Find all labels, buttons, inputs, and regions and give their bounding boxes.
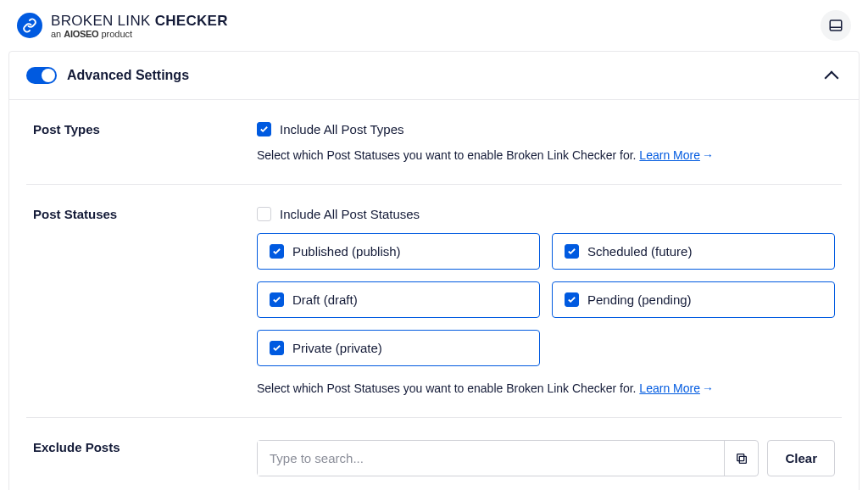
status-checkbox[interactable] [270,292,284,307]
post-types-label: Post Types [26,122,257,162]
app-title: BROKEN LINK CHECKER [51,13,228,30]
status-label: Scheduled (future) [587,244,692,259]
row-post-types: Post Types Include All Post Types Select… [26,100,842,185]
brand-logo-icon [17,13,42,38]
app-header: BROKEN LINK CHECKER an AIOSEO product [0,0,868,51]
row-exclude-posts: Exclude Posts Clear [26,418,842,490]
status-label: Pending (pending) [587,292,692,307]
include-all-post-statuses-checkbox[interactable] [257,207,271,221]
row-post-statuses: Post Statuses Include All Post Statuses … [26,185,842,418]
exclude-search-input[interactable] [258,441,724,476]
status-checkbox[interactable] [270,244,284,259]
notifications-button[interactable] [821,10,851,41]
post-statuses-help: Select which Post Statuses you want to e… [257,381,835,395]
status-label: Published (publish) [292,244,401,259]
arrow-right-icon: → [702,381,714,395]
status-label: Private (private) [292,341,382,355]
advanced-settings-toggle[interactable] [26,67,57,84]
include-all-post-statuses-label: Include All Post Statuses [280,207,420,221]
svg-rect-2 [739,456,746,463]
svg-rect-0 [830,20,842,31]
status-option[interactable]: Draft (draft) [257,281,540,318]
status-checkbox[interactable] [270,341,284,355]
learn-more-link[interactable]: Learn More [639,148,700,162]
post-types-help: Select which Post Statuses you want to e… [257,148,835,162]
chevron-up-icon[interactable] [825,71,839,86]
status-option[interactable]: Pending (pending) [552,281,835,318]
exclude-search-button[interactable] [724,441,758,476]
status-option[interactable]: Scheduled (future) [552,233,835,270]
app-subtitle: an AIOSEO product [51,29,228,39]
include-all-post-types-label: Include All Post Types [280,122,403,136]
arrow-right-icon: → [702,148,714,162]
brand: BROKEN LINK CHECKER an AIOSEO product [17,13,228,39]
status-option[interactable]: Private (private) [257,330,540,366]
section-header[interactable]: Advanced Settings [9,52,859,100]
exclude-posts-label: Exclude Posts [26,440,257,476]
status-checkbox[interactable] [565,244,579,259]
status-label: Draft (draft) [292,292,358,307]
section-title: Advanced Settings [67,68,189,83]
svg-rect-1 [737,454,744,460]
include-all-post-types-checkbox[interactable] [257,122,271,136]
clear-button[interactable]: Clear [767,440,835,476]
status-checkbox[interactable] [565,292,579,307]
status-option[interactable]: Published (publish) [257,233,540,270]
post-statuses-label: Post Statuses [26,207,257,395]
learn-more-link[interactable]: Learn More [639,381,700,395]
